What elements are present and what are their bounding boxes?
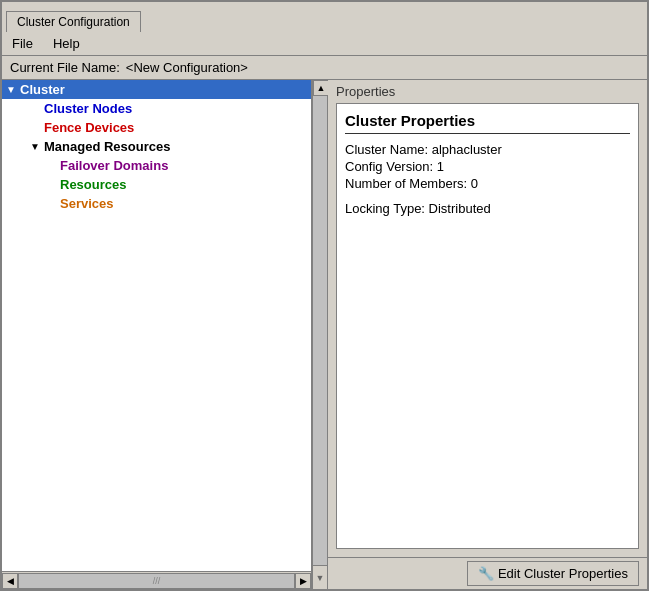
fence-devices-arrow	[30, 122, 44, 133]
managed-resources-arrow: ▼	[30, 141, 44, 152]
tree-item-failover-domains[interactable]: Failover Domains	[2, 156, 311, 175]
fence-devices-label: Fence Devices	[44, 120, 134, 135]
main-area: ▼ Cluster Cluster Nodes Fence Devices ▼ …	[2, 80, 647, 589]
file-menu[interactable]: File	[6, 34, 39, 53]
scroll-up-btn[interactable]: ▲	[313, 80, 329, 96]
cluster-arrow: ▼	[6, 84, 20, 95]
resources-arrow	[46, 179, 60, 190]
cluster-nodes-label: Cluster Nodes	[44, 101, 132, 116]
properties-box: Cluster Properties Cluster Name: alphacl…	[336, 103, 639, 549]
main-window: Cluster Configuration File Help Current …	[0, 0, 649, 591]
v-scroll-track[interactable]	[313, 96, 327, 565]
tree-item-services[interactable]: Services	[2, 194, 311, 213]
cluster-nodes-arrow	[30, 103, 44, 114]
scroll-left-btn[interactable]: ◀	[2, 573, 18, 589]
tree-item-cluster-nodes[interactable]: Cluster Nodes	[2, 99, 311, 118]
tree-item-managed-resources[interactable]: ▼ Managed Resources	[2, 137, 311, 156]
tree-item-fence-devices[interactable]: Fence Devices	[2, 118, 311, 137]
prop-cluster-name: Cluster Name: alphacluster	[345, 142, 630, 157]
managed-resources-label: Managed Resources	[44, 139, 170, 154]
services-label: Services	[60, 196, 114, 211]
file-name-label: Current File Name:	[10, 60, 120, 75]
services-arrow	[46, 198, 60, 209]
tree-area[interactable]: ▼ Cluster Cluster Nodes Fence Devices ▼ …	[2, 80, 311, 571]
title-text: Cluster Configuration	[17, 15, 130, 29]
cluster-label: Cluster	[20, 82, 65, 97]
properties-label: Properties	[328, 80, 647, 103]
prop-spacer	[345, 193, 630, 201]
scroll-corner: ▼	[313, 565, 327, 589]
right-panel-bottom: 🔧 Edit Cluster Properties	[328, 557, 647, 589]
left-panel: ▼ Cluster Cluster Nodes Fence Devices ▼ …	[2, 80, 312, 589]
edit-button-label: Edit Cluster Properties	[498, 566, 628, 581]
prop-num-members: Number of Members: 0	[345, 176, 630, 191]
vertical-scroll-panel: ▲ ▼	[312, 80, 328, 589]
help-menu[interactable]: Help	[47, 34, 86, 53]
resources-label: Resources	[60, 177, 126, 192]
edit-cluster-properties-button[interactable]: 🔧 Edit Cluster Properties	[467, 561, 639, 586]
properties-title: Cluster Properties	[345, 112, 630, 134]
left-panel-scrollbar: ◀ /// ▶	[2, 571, 311, 589]
h-scrollbar[interactable]: ◀ /// ▶	[2, 572, 311, 590]
scroll-right-btn[interactable]: ▶	[295, 573, 311, 589]
failover-domains-arrow	[46, 160, 60, 171]
file-name-value: <New Configuration>	[126, 60, 248, 75]
tree-item-resources[interactable]: Resources	[2, 175, 311, 194]
menu-bar: File Help	[2, 32, 647, 56]
right-panel: Properties Cluster Properties Cluster Na…	[328, 80, 647, 589]
prop-config-version: Config Version: 1	[345, 159, 630, 174]
scroll-track[interactable]: ///	[18, 573, 295, 589]
title-tab[interactable]: Cluster Configuration	[6, 11, 141, 32]
file-name-bar: Current File Name: <New Configuration>	[2, 56, 647, 80]
title-bar: Cluster Configuration	[2, 2, 647, 32]
tree-item-cluster[interactable]: ▼ Cluster	[2, 80, 311, 99]
wrench-icon: 🔧	[478, 566, 494, 581]
failover-domains-label: Failover Domains	[60, 158, 168, 173]
prop-locking-type: Locking Type: Distributed	[345, 201, 630, 216]
